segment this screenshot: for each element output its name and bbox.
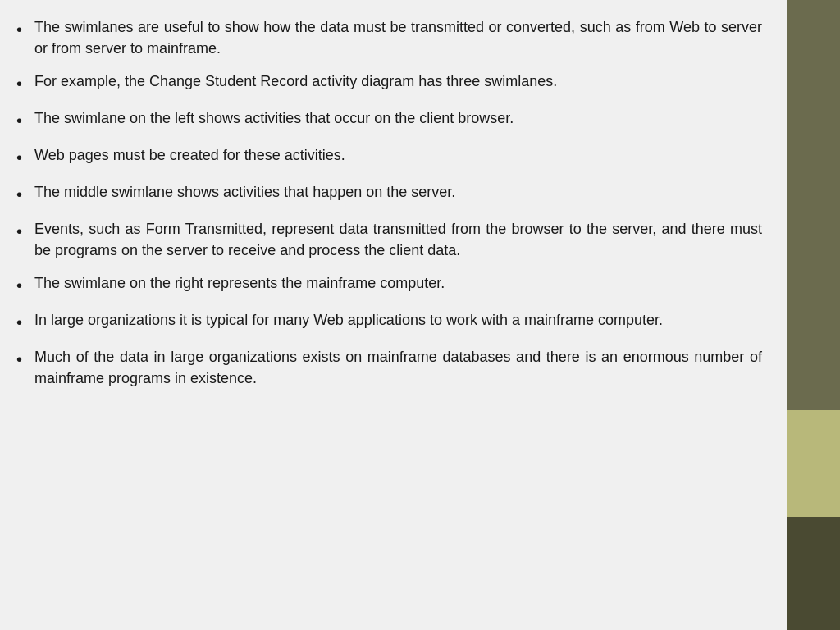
sidebar bbox=[787, 0, 840, 630]
list-item: •The swimlanes are useful to show how th… bbox=[16, 16, 762, 59]
bullet-dot: • bbox=[16, 109, 34, 133]
bullet-text: The swimlanes are useful to show how the… bbox=[34, 16, 762, 59]
bullet-text: The middle swimlane shows activities tha… bbox=[34, 181, 762, 203]
sidebar-top bbox=[787, 0, 840, 410]
bullet-text: For example, the Change Student Record a… bbox=[34, 71, 762, 92]
bullet-list: •The swimlanes are useful to show how th… bbox=[16, 16, 762, 401]
list-item: •In large organizations it is typical fo… bbox=[16, 309, 762, 335]
bullet-text: In large organizations it is typical for… bbox=[34, 309, 762, 331]
list-item: •Events, such as Form Transmitted, repre… bbox=[16, 218, 762, 261]
bullet-dot: • bbox=[16, 146, 34, 170]
bullet-text: Web pages must be created for these acti… bbox=[34, 144, 762, 166]
sidebar-middle bbox=[787, 410, 840, 517]
bullet-dot: • bbox=[16, 18, 34, 42]
bullet-dot: • bbox=[16, 274, 34, 298]
bullet-text: The swimlane on the right represents the… bbox=[34, 272, 762, 294]
list-item: •For example, the Change Student Record … bbox=[16, 71, 762, 96]
sidebar-bottom bbox=[787, 517, 840, 630]
list-item: •Web pages must be created for these act… bbox=[16, 144, 762, 170]
bullet-text: Events, such as Form Transmitted, repres… bbox=[34, 218, 762, 261]
list-item: •The middle swimlane shows activities th… bbox=[16, 181, 762, 207]
main-content: •The swimlanes are useful to show how th… bbox=[0, 0, 787, 630]
list-item: •The swimlane on the right represents th… bbox=[16, 272, 762, 298]
bullet-dot: • bbox=[16, 311, 34, 335]
bullet-dot: • bbox=[16, 183, 34, 207]
bullet-dot: • bbox=[16, 72, 34, 96]
bullet-text: Much of the data in large organizations … bbox=[34, 346, 762, 389]
bullet-dot: • bbox=[16, 220, 34, 244]
list-item: •Much of the data in large organizations… bbox=[16, 346, 762, 389]
bullet-dot: • bbox=[16, 348, 34, 372]
bullet-text: The swimlane on the left shows activitie… bbox=[34, 107, 762, 129]
list-item: •The swimlane on the left shows activiti… bbox=[16, 107, 762, 133]
